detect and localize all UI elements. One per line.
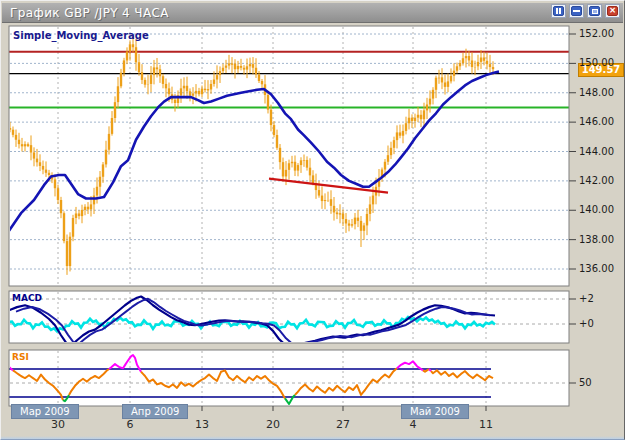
rsi-axis-label: 50 bbox=[579, 377, 592, 388]
price-axis-label: 142.00 bbox=[579, 175, 614, 186]
price-axis-label: 138.00 bbox=[579, 234, 614, 245]
time-axis-week-label: 13 bbox=[188, 418, 216, 431]
time-axis-month-badge: Мар 2009 bbox=[11, 404, 79, 419]
time-axis-week-label: 6 bbox=[116, 418, 144, 431]
chart-canvas[interactable] bbox=[1, 1, 625, 440]
price-axis-label: 148.00 bbox=[579, 87, 614, 98]
macd-axis-label: +0 bbox=[579, 318, 594, 329]
macd-axis-label: +2 bbox=[579, 293, 594, 304]
time-axis-week-label: 20 bbox=[259, 418, 287, 431]
time-axis-week-label: 11 bbox=[472, 418, 500, 431]
price-axis-label: 140.00 bbox=[579, 204, 614, 215]
time-axis-month-badge: Май 2009 bbox=[401, 404, 469, 419]
window-bottom-edge bbox=[1, 436, 625, 439]
price-axis-label: 146.00 bbox=[579, 116, 614, 127]
price-axis-label: 144.00 bbox=[579, 146, 614, 157]
price-axis-label: 150.00 bbox=[579, 57, 614, 68]
time-axis-week-label: 4 bbox=[399, 418, 427, 431]
price-axis-label: 136.00 bbox=[579, 263, 614, 274]
time-axis-week-label: 30 bbox=[44, 418, 72, 431]
rsi-indicator-label: RSI bbox=[12, 352, 29, 362]
time-axis-week-label: 27 bbox=[329, 418, 357, 431]
chart-window: График GBP /JPY 4 ЧАСА ✕ Simple_Moving_A… bbox=[0, 0, 625, 440]
sma-indicator-label: Simple_Moving_Average bbox=[13, 30, 149, 41]
time-axis-month-badge: Апр 2009 bbox=[122, 404, 188, 419]
macd-indicator-label: MACD bbox=[12, 293, 42, 303]
price-axis-label: 152.00 bbox=[579, 28, 614, 39]
panel-main[interactable] bbox=[9, 26, 569, 286]
